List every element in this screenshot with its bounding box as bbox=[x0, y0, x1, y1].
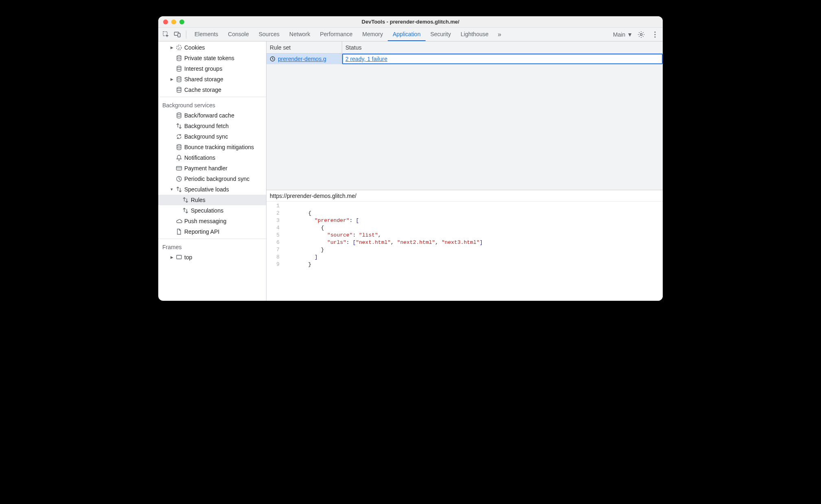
more-tabs-icon[interactable]: » bbox=[494, 29, 505, 40]
tab-performance[interactable]: Performance bbox=[315, 28, 357, 41]
cookie-icon bbox=[175, 44, 183, 51]
tab-application[interactable]: Application bbox=[388, 28, 426, 41]
db-icon bbox=[175, 86, 183, 93]
sidebar-item-label: Shared storage bbox=[184, 76, 223, 83]
grid-header: Rule set Status bbox=[266, 41, 663, 54]
chevron-down-icon: ▼ bbox=[170, 187, 174, 191]
card-icon bbox=[175, 165, 183, 172]
traffic-lights bbox=[158, 20, 184, 24]
sidebar-item-interest-groups[interactable]: Interest groups bbox=[158, 63, 266, 74]
sidebar-item-label: Cache storage bbox=[184, 87, 221, 93]
sidebar-item-private-state-tokens[interactable]: Private state tokens bbox=[158, 53, 266, 63]
sidebar-item-label: Push messaging bbox=[184, 218, 227, 224]
sidebar-item-rules[interactable]: Rules bbox=[158, 195, 266, 205]
status-link[interactable]: 2 ready, 1 failure bbox=[345, 56, 387, 62]
sidebar-item-background-fetch[interactable]: Background fetch bbox=[158, 121, 266, 131]
sidebar-item-label: Reporting API bbox=[184, 228, 219, 235]
cloud-icon bbox=[175, 217, 183, 225]
tab-lighthouse[interactable]: Lighthouse bbox=[456, 28, 493, 41]
sidebar-item-back-forward-cache[interactable]: Back/forward cache bbox=[158, 110, 266, 121]
doc-icon bbox=[175, 228, 183, 235]
sidebar-item-speculations[interactable]: Speculations bbox=[158, 205, 266, 216]
svg-point-5 bbox=[655, 34, 656, 35]
toolbar: ElementsConsoleSourcesNetworkPerformance… bbox=[158, 28, 663, 41]
db-icon bbox=[175, 112, 183, 119]
updown-icon bbox=[175, 186, 183, 193]
tab-network[interactable]: Network bbox=[284, 28, 315, 41]
toolbar-divider bbox=[186, 30, 186, 39]
kebab-menu-icon[interactable] bbox=[650, 29, 660, 40]
sidebar-item-speculative-loads[interactable]: ▼Speculative loads bbox=[158, 184, 266, 195]
tab-memory[interactable]: Memory bbox=[358, 28, 388, 41]
tab-security[interactable]: Security bbox=[426, 28, 456, 41]
sidebar-item-background-sync[interactable]: Background sync bbox=[158, 131, 266, 142]
updown-icon bbox=[175, 122, 183, 130]
maximize-window-button[interactable] bbox=[179, 20, 184, 24]
sidebar-item-label: Interest groups bbox=[184, 65, 222, 72]
details-url: https://prerender-demos.glitch.me/ bbox=[266, 190, 663, 202]
chevron-right-icon: ▶ bbox=[170, 255, 174, 259]
sidebar-item-label: Speculations bbox=[191, 207, 223, 214]
inspect-icon[interactable] bbox=[161, 29, 171, 40]
tab-elements[interactable]: Elements bbox=[190, 28, 223, 41]
cell-status: 2 ready, 1 failure bbox=[342, 54, 663, 64]
db-icon bbox=[175, 143, 183, 151]
db-icon bbox=[175, 65, 183, 72]
window-title: DevTools - prerender-demos.glitch.me/ bbox=[158, 19, 663, 25]
db-icon bbox=[175, 76, 183, 83]
grid-row[interactable]: prerender-demos.g2 ready, 1 failure bbox=[266, 54, 663, 64]
sidebar-item-label: Private state tokens bbox=[184, 55, 234, 61]
svg-point-4 bbox=[655, 31, 656, 33]
sidebar-item-payment-handler[interactable]: Payment handler bbox=[158, 163, 266, 174]
chevron-right-icon: ▶ bbox=[170, 77, 174, 81]
sidebar-item-shared-storage[interactable]: ▶Shared storage bbox=[158, 74, 266, 85]
code-viewer: 123456789 { "prerender": [ { "source": "… bbox=[266, 202, 663, 301]
column-header-ruleset[interactable]: Rule set bbox=[266, 41, 342, 53]
sidebar-item-cache-storage[interactable]: Cache storage bbox=[158, 85, 266, 95]
settings-icon[interactable] bbox=[636, 29, 646, 40]
sidebar-item-cookies[interactable]: ▶Cookies bbox=[158, 42, 266, 53]
updown-icon bbox=[182, 196, 189, 204]
close-window-button[interactable] bbox=[163, 20, 168, 24]
sidebar-item-label: Notifications bbox=[184, 154, 215, 161]
clock-icon bbox=[269, 55, 276, 63]
device-toolbar-icon[interactable] bbox=[172, 29, 183, 40]
code-content[interactable]: { "prerender": [ { "source": "list", "ur… bbox=[283, 202, 483, 301]
clock-icon bbox=[175, 175, 183, 182]
db-icon bbox=[175, 54, 183, 62]
sync-icon bbox=[175, 133, 183, 140]
sidebar-item-reporting-api[interactable]: Reporting API bbox=[158, 226, 266, 237]
column-header-status[interactable]: Status bbox=[342, 41, 663, 53]
svg-point-6 bbox=[655, 36, 656, 37]
sidebar-item-label: Cookies bbox=[184, 44, 205, 51]
tab-sources[interactable]: Sources bbox=[254, 28, 284, 41]
tab-strip: ElementsConsoleSourcesNetworkPerformance… bbox=[190, 28, 493, 41]
main-area: ▶CookiesPrivate state tokensInterest gro… bbox=[158, 41, 663, 301]
grid-body: prerender-demos.g2 ready, 1 failure bbox=[266, 54, 663, 190]
sidebar-item-push-messaging[interactable]: Push messaging bbox=[158, 216, 266, 226]
bell-icon bbox=[175, 154, 183, 161]
target-label: Main bbox=[613, 31, 625, 38]
sidebar-item-label: Speculative loads bbox=[184, 186, 229, 193]
sidebar-item-bounce-tracking-mitigations[interactable]: Bounce tracking mitigations bbox=[158, 142, 266, 152]
sidebar-item-label: Background fetch bbox=[184, 123, 229, 129]
sidebar-item-label: Rules bbox=[191, 197, 205, 203]
ruleset-link[interactable]: prerender-demos.g bbox=[278, 56, 326, 62]
minimize-window-button[interactable] bbox=[171, 20, 176, 24]
sidebar-item-label: Background sync bbox=[184, 133, 228, 140]
devtools-window: DevTools - prerender-demos.glitch.me/ El… bbox=[158, 16, 663, 301]
sidebar-item-periodic-background-sync[interactable]: Periodic background sync bbox=[158, 174, 266, 184]
sidebar-item-label: top bbox=[184, 254, 192, 261]
sidebar-item-top[interactable]: ▶top bbox=[158, 252, 266, 263]
sidebar-item-label: Bounce tracking mitigations bbox=[184, 144, 254, 150]
section-header-background-services: Background services bbox=[158, 99, 266, 110]
target-selector[interactable]: Main ▼ bbox=[613, 31, 633, 38]
chevron-right-icon: ▶ bbox=[170, 46, 174, 50]
cell-ruleset: prerender-demos.g bbox=[266, 54, 342, 64]
svg-point-3 bbox=[640, 33, 642, 35]
sidebar-item-notifications[interactable]: Notifications bbox=[158, 152, 266, 163]
titlebar: DevTools - prerender-demos.glitch.me/ bbox=[158, 16, 663, 28]
frame-icon bbox=[175, 254, 183, 261]
chevron-down-icon: ▼ bbox=[627, 31, 633, 38]
tab-console[interactable]: Console bbox=[223, 28, 253, 41]
